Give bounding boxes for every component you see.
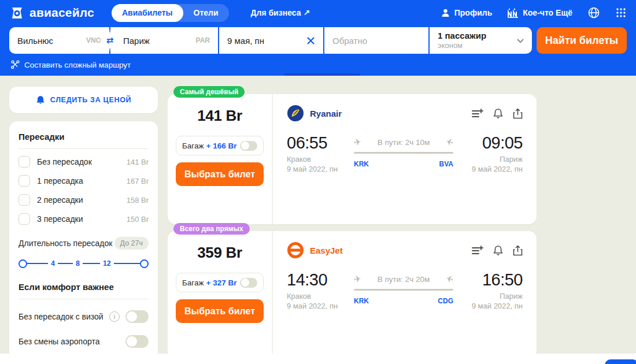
- flight-path: ✈ В пути: 2ч 20м ✈ KRK CDG: [354, 270, 453, 310]
- flight-line: [354, 152, 453, 154]
- destination-city: Париж: [123, 36, 150, 46]
- transfers-title: Пересадки: [19, 132, 149, 142]
- filter-price: 167 Br: [127, 177, 149, 185]
- baggage-label: Багаж: [182, 142, 204, 150]
- add-to-list-icon[interactable]: [471, 108, 483, 119]
- add-to-list-icon[interactable]: [471, 245, 483, 256]
- return-placeholder: Обратно: [332, 36, 367, 46]
- baggage-label: Багаж: [182, 278, 204, 287]
- landing-plane-icon: ✈: [445, 136, 455, 148]
- complex-route-icon: [10, 60, 20, 69]
- baggage-toggle[interactable]: [240, 278, 257, 288]
- return-date-field[interactable]: Обратно: [324, 27, 428, 54]
- bell-icon[interactable]: [493, 108, 503, 119]
- person-icon: [441, 8, 450, 18]
- origin-code: VNO: [86, 36, 101, 44]
- flight-line: [354, 289, 453, 291]
- info-icon[interactable]: i: [109, 311, 120, 322]
- clear-date-icon[interactable]: [306, 36, 315, 45]
- floating-chat-button[interactable]: [605, 359, 636, 364]
- flight-duration: В пути: 2ч 10м: [361, 138, 446, 147]
- depart-date-value: 9 мая, пн: [227, 36, 264, 46]
- checkbox[interactable]: [19, 213, 30, 225]
- more-stuff-label: Кое-что Ещё: [523, 8, 572, 17]
- filter-no-transfers[interactable]: Без пересадок 141 Br: [19, 155, 149, 168]
- flight-path: ✈ В пути: 2ч 10м ✈ KRK BVA: [354, 133, 453, 173]
- watch-price-button[interactable]: СЛЕДИТЬ ЗА ЦЕНОЙ: [9, 87, 158, 113]
- airline-name: EasyJet: [310, 246, 343, 255]
- landing-plane-icon: ✈: [445, 273, 455, 285]
- apps-grid-icon[interactable]: [615, 7, 627, 18]
- duration-label: Длительность пересадок: [19, 239, 112, 248]
- aviasales-logo[interactable]: авиасейлс: [9, 5, 94, 21]
- bell-icon[interactable]: [493, 245, 503, 256]
- share-icon[interactable]: [513, 245, 523, 256]
- filter-one-transfer[interactable]: 1 пересадка 167 Br: [19, 174, 149, 187]
- passengers-field[interactable]: 1 пассажир эконом: [430, 27, 532, 54]
- swap-cities-icon[interactable]: ⇄: [102, 32, 118, 49]
- cheapest-badge: Самый дешёвый: [173, 86, 245, 98]
- toggle-switch[interactable]: [125, 335, 149, 348]
- filter-price: 158 Br: [127, 196, 149, 205]
- complex-route-link[interactable]: Составить сложный маршрут: [10, 60, 131, 69]
- departure-time: 14:30: [287, 270, 345, 289]
- duration-badge: До 27ч: [114, 237, 149, 250]
- aviasales-logo-icon: [9, 5, 25, 21]
- departure-airport-code: KRK: [354, 160, 369, 168]
- arrival-time: 16:50: [463, 270, 523, 289]
- select-ticket-button[interactable]: Выбрать билет: [176, 299, 264, 323]
- checkbox[interactable]: [19, 175, 30, 187]
- search-submit-button[interactable]: Найти билеты: [537, 27, 627, 54]
- slider-tick: 4: [48, 259, 58, 268]
- filter-label: 1 пересадка: [37, 176, 83, 185]
- divider: [19, 299, 149, 299]
- slider-handle-max[interactable]: [140, 259, 149, 268]
- arrival-date: 9 май 2022, пн: [463, 302, 523, 310]
- toggle-label: Без смены аэропорта: [19, 337, 99, 346]
- slider-handle-min[interactable]: [19, 259, 27, 268]
- filter-three-transfers[interactable]: 3 пересадки 150 Br: [19, 213, 149, 225]
- checkbox[interactable]: [19, 194, 30, 206]
- filter-two-transfers[interactable]: 2 пересадки 158 Br: [19, 194, 149, 206]
- slider-tick: 8: [73, 259, 83, 268]
- easyjet-logo: [287, 242, 304, 259]
- depart-date-field[interactable]: 9 мая, пн: [219, 27, 323, 54]
- watch-price-label: СЛЕДИТЬ ЗА ЦЕНОЙ: [50, 96, 132, 104]
- language-globe-icon[interactable]: [587, 6, 600, 19]
- checkbox[interactable]: [19, 156, 30, 168]
- filter-price: 141 Br: [127, 158, 149, 166]
- divider: [19, 148, 149, 149]
- tab-flights[interactable]: Авиабилеты: [112, 4, 183, 22]
- bottom-bar: [0, 354, 636, 364]
- flight-card: 141 Br Багаж + 166 Br Выбрать билет Ryan…: [168, 94, 537, 224]
- share-icon[interactable]: [513, 108, 523, 119]
- baggage-option: Багаж + 166 Br: [176, 136, 264, 155]
- more-stuff-button[interactable]: Кое-что Ещё: [507, 8, 572, 18]
- filter-price: 150 Br: [127, 215, 149, 224]
- duration-slider[interactable]: 4 8 12: [19, 259, 149, 268]
- tab-hotels[interactable]: Отели: [183, 4, 229, 22]
- ryanair-logo: [287, 105, 304, 122]
- more-stuff-icon: [507, 8, 519, 18]
- departure-info: 14:30 Краков 9 май 2022, пн: [287, 270, 345, 310]
- arrival-info: 16:50 Париж 9 май 2022, пн: [463, 270, 523, 310]
- baggage-option: Багаж + 327 Br: [176, 273, 264, 292]
- baggage-price: + 327 Br: [206, 278, 237, 287]
- arrival-info: 09:05 Париж 9 май 2022, пн: [463, 133, 523, 173]
- profile-button[interactable]: Профиль: [441, 8, 493, 18]
- origin-field[interactable]: Вильнюс VNO: [9, 27, 109, 54]
- baggage-toggle[interactable]: [240, 141, 257, 151]
- baggage-price: + 166 Br: [206, 142, 237, 150]
- destination-field[interactable]: ⇄ Париж PAR: [110, 27, 218, 54]
- toggle-switch[interactable]: [125, 310, 149, 323]
- arrival-time: 09:05: [463, 133, 523, 153]
- departure-time: 06:55: [287, 133, 345, 153]
- business-link[interactable]: Для бизнеса ↗: [251, 8, 310, 17]
- filters-panel: Пересадки Без пересадок 141 Br 1 пересад…: [9, 121, 158, 364]
- select-ticket-button[interactable]: Выбрать билет: [176, 162, 264, 186]
- comfort-title: Если комфорт важнее: [19, 282, 149, 292]
- arrival-airport-code: CDG: [438, 297, 453, 305]
- departure-date: 9 май 2022, пн: [287, 302, 345, 310]
- cabin-class: эконом: [438, 41, 486, 50]
- filter-label: 2 пересадки: [37, 195, 83, 205]
